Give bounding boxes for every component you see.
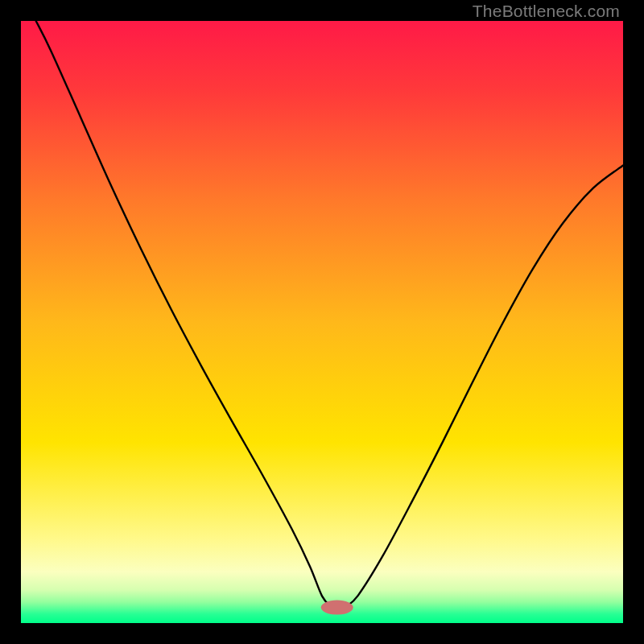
plot-background (21, 21, 623, 623)
chart-svg (0, 0, 644, 644)
chart-stage: TheBottleneck.com (0, 0, 644, 644)
optimum-marker (321, 601, 353, 615)
watermark-text: TheBottleneck.com (473, 2, 620, 21)
